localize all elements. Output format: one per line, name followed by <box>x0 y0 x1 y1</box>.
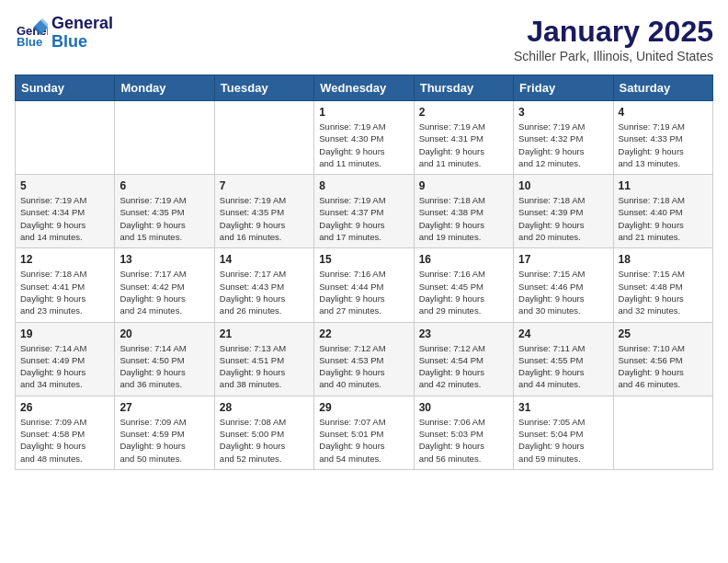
weekday-header: Monday <box>115 75 214 101</box>
day-number: 1 <box>319 106 408 119</box>
weekday-header: Sunday <box>16 75 115 101</box>
day-info: Sunrise: 7:15 AM Sunset: 4:48 PM Dayligh… <box>619 268 708 316</box>
calendar-cell: 12Sunrise: 7:18 AM Sunset: 4:41 PM Dayli… <box>16 248 115 322</box>
day-info: Sunrise: 7:14 AM Sunset: 4:49 PM Dayligh… <box>20 342 109 391</box>
calendar-cell: 11Sunrise: 7:18 AM Sunset: 4:40 PM Dayli… <box>613 175 712 248</box>
calendar-cell: 17Sunrise: 7:15 AM Sunset: 4:46 PM Dayli… <box>514 248 613 322</box>
calendar-cell: 5Sunrise: 7:19 AM Sunset: 4:34 PM Daylig… <box>16 175 115 248</box>
day-info: Sunrise: 7:14 AM Sunset: 4:50 PM Dayligh… <box>119 342 209 391</box>
day-info: Sunrise: 7:17 AM Sunset: 4:43 PM Dayligh… <box>220 268 309 316</box>
calendar-cell: 27Sunrise: 7:09 AM Sunset: 4:59 PM Dayli… <box>115 396 214 469</box>
day-info: Sunrise: 7:19 AM Sunset: 4:33 PM Dayligh… <box>619 121 708 169</box>
calendar-cell: 15Sunrise: 7:16 AM Sunset: 4:44 PM Dayli… <box>314 248 414 322</box>
calendar-cell: 19Sunrise: 7:14 AM Sunset: 4:49 PM Dayli… <box>16 322 115 396</box>
day-info: Sunrise: 7:19 AM Sunset: 4:35 PM Dayligh… <box>220 194 309 243</box>
logo: General Blue General Blue <box>15 15 113 52</box>
day-number: 14 <box>220 253 309 266</box>
calendar-cell <box>16 101 115 175</box>
day-number: 4 <box>619 106 708 119</box>
day-info: Sunrise: 7:12 AM Sunset: 4:53 PM Dayligh… <box>319 342 408 391</box>
day-info: Sunrise: 7:08 AM Sunset: 5:00 PM Dayligh… <box>220 416 309 465</box>
calendar-cell: 8Sunrise: 7:19 AM Sunset: 4:37 PM Daylig… <box>314 175 414 248</box>
weekday-header: Thursday <box>414 75 513 101</box>
calendar-cell: 18Sunrise: 7:15 AM Sunset: 4:48 PM Dayli… <box>613 248 712 322</box>
day-number: 27 <box>119 401 209 414</box>
day-info: Sunrise: 7:12 AM Sunset: 4:54 PM Dayligh… <box>419 342 508 391</box>
calendar-cell <box>214 101 313 175</box>
day-info: Sunrise: 7:16 AM Sunset: 4:45 PM Dayligh… <box>419 268 508 316</box>
day-info: Sunrise: 7:13 AM Sunset: 4:51 PM Dayligh… <box>220 342 309 391</box>
calendar-cell: 22Sunrise: 7:12 AM Sunset: 4:53 PM Dayli… <box>314 322 414 396</box>
day-info: Sunrise: 7:09 AM Sunset: 4:58 PM Dayligh… <box>20 416 109 465</box>
day-number: 13 <box>119 253 209 266</box>
calendar-week-row: 5Sunrise: 7:19 AM Sunset: 4:34 PM Daylig… <box>16 175 713 248</box>
calendar-cell: 7Sunrise: 7:19 AM Sunset: 4:35 PM Daylig… <box>214 175 313 248</box>
day-number: 16 <box>419 253 508 266</box>
calendar-cell: 29Sunrise: 7:07 AM Sunset: 5:01 PM Dayli… <box>314 396 414 469</box>
day-info: Sunrise: 7:15 AM Sunset: 4:46 PM Dayligh… <box>518 268 608 316</box>
day-info: Sunrise: 7:19 AM Sunset: 4:37 PM Dayligh… <box>319 194 408 243</box>
day-info: Sunrise: 7:09 AM Sunset: 4:59 PM Dayligh… <box>119 416 209 465</box>
calendar-cell: 14Sunrise: 7:17 AM Sunset: 4:43 PM Dayli… <box>214 248 313 322</box>
calendar-cell: 20Sunrise: 7:14 AM Sunset: 4:50 PM Dayli… <box>115 322 214 396</box>
calendar-week-row: 19Sunrise: 7:14 AM Sunset: 4:49 PM Dayli… <box>16 322 713 396</box>
day-number: 6 <box>119 179 209 192</box>
day-number: 22 <box>319 327 408 340</box>
day-number: 17 <box>518 253 608 266</box>
day-number: 30 <box>419 401 508 414</box>
calendar-title: January 2025 <box>514 15 713 49</box>
day-info: Sunrise: 7:07 AM Sunset: 5:01 PM Dayligh… <box>319 416 408 465</box>
page-header: General Blue General Blue January 2025 S… <box>15 15 713 63</box>
weekday-header: Friday <box>514 75 613 101</box>
day-number: 25 <box>619 327 708 340</box>
day-number: 31 <box>518 401 608 414</box>
calendar-cell: 9Sunrise: 7:18 AM Sunset: 4:38 PM Daylig… <box>414 175 513 248</box>
calendar-table: SundayMondayTuesdayWednesdayThursdayFrid… <box>15 75 713 470</box>
day-number: 18 <box>619 253 708 266</box>
day-info: Sunrise: 7:19 AM Sunset: 4:31 PM Dayligh… <box>419 121 508 169</box>
day-number: 8 <box>319 179 408 192</box>
day-number: 23 <box>419 327 508 340</box>
calendar-week-row: 1Sunrise: 7:19 AM Sunset: 4:30 PM Daylig… <box>16 101 713 175</box>
day-number: 5 <box>20 179 109 192</box>
calendar-cell: 10Sunrise: 7:18 AM Sunset: 4:39 PM Dayli… <box>514 175 613 248</box>
day-info: Sunrise: 7:11 AM Sunset: 4:55 PM Dayligh… <box>518 342 608 391</box>
day-info: Sunrise: 7:19 AM Sunset: 4:32 PM Dayligh… <box>518 121 608 169</box>
calendar-week-row: 26Sunrise: 7:09 AM Sunset: 4:58 PM Dayli… <box>16 396 713 469</box>
day-number: 26 <box>20 401 109 414</box>
day-number: 11 <box>619 179 708 192</box>
calendar-cell: 24Sunrise: 7:11 AM Sunset: 4:55 PM Dayli… <box>514 322 613 396</box>
calendar-subtitle: Schiller Park, Illinois, United States <box>514 49 713 63</box>
calendar-cell <box>613 396 712 469</box>
day-info: Sunrise: 7:17 AM Sunset: 4:42 PM Dayligh… <box>119 268 209 316</box>
day-number: 28 <box>220 401 309 414</box>
calendar-cell: 23Sunrise: 7:12 AM Sunset: 4:54 PM Dayli… <box>414 322 513 396</box>
weekday-header: Saturday <box>613 75 712 101</box>
day-info: Sunrise: 7:18 AM Sunset: 4:40 PM Dayligh… <box>619 194 708 243</box>
day-number: 21 <box>220 327 309 340</box>
logo-icon: General Blue <box>15 17 48 50</box>
calendar-cell: 25Sunrise: 7:10 AM Sunset: 4:56 PM Dayli… <box>613 322 712 396</box>
title-block: January 2025 Schiller Park, Illinois, Un… <box>514 15 713 63</box>
calendar-cell: 1Sunrise: 7:19 AM Sunset: 4:30 PM Daylig… <box>314 101 414 175</box>
calendar-cell: 30Sunrise: 7:06 AM Sunset: 5:03 PM Dayli… <box>414 396 513 469</box>
day-info: Sunrise: 7:05 AM Sunset: 5:04 PM Dayligh… <box>518 416 608 465</box>
calendar-cell: 26Sunrise: 7:09 AM Sunset: 4:58 PM Dayli… <box>16 396 115 469</box>
calendar-cell: 2Sunrise: 7:19 AM Sunset: 4:31 PM Daylig… <box>414 101 513 175</box>
day-info: Sunrise: 7:18 AM Sunset: 4:41 PM Dayligh… <box>20 268 109 316</box>
day-info: Sunrise: 7:19 AM Sunset: 4:30 PM Dayligh… <box>319 121 408 169</box>
calendar-cell: 13Sunrise: 7:17 AM Sunset: 4:42 PM Dayli… <box>115 248 214 322</box>
day-number: 10 <box>518 179 608 192</box>
day-number: 7 <box>220 179 309 192</box>
day-info: Sunrise: 7:06 AM Sunset: 5:03 PM Dayligh… <box>419 416 508 465</box>
calendar-cell: 21Sunrise: 7:13 AM Sunset: 4:51 PM Dayli… <box>214 322 313 396</box>
day-number: 3 <box>518 106 608 119</box>
day-number: 9 <box>419 179 508 192</box>
day-number: 2 <box>419 106 508 119</box>
calendar-cell: 16Sunrise: 7:16 AM Sunset: 4:45 PM Dayli… <box>414 248 513 322</box>
calendar-cell <box>115 101 214 175</box>
weekday-header: Tuesday <box>214 75 313 101</box>
calendar-header-row: SundayMondayTuesdayWednesdayThursdayFrid… <box>16 75 713 101</box>
day-number: 15 <box>319 253 408 266</box>
day-info: Sunrise: 7:18 AM Sunset: 4:38 PM Dayligh… <box>419 194 508 243</box>
